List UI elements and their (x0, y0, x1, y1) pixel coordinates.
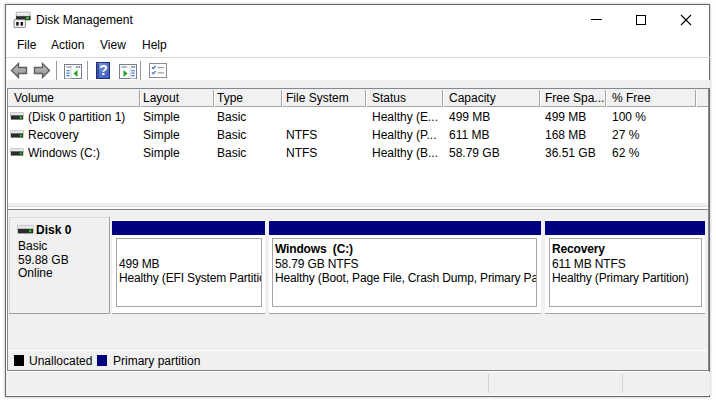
svg-text:?: ? (99, 62, 108, 78)
